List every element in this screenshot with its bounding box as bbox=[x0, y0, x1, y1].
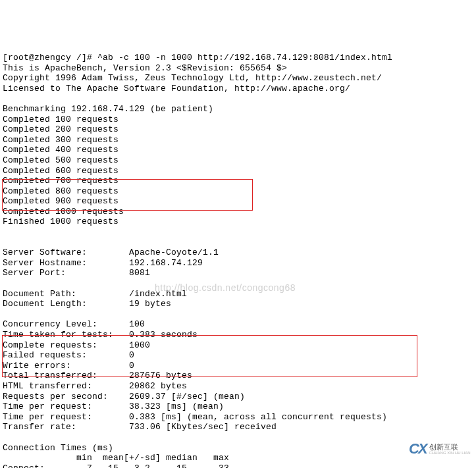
apache-line: This is ApacheBench, Version 2.3 <$Revis… bbox=[3, 63, 287, 73]
transfer-rate: Transfer rate: 733.06 [Kbytes/sec] recei… bbox=[3, 422, 277, 432]
copyright-line: Copyright 1996 Adam Twiss, Zeus Technolo… bbox=[3, 73, 382, 83]
server-software: Server Software: Apache-Coyote/1.1 bbox=[3, 247, 219, 257]
failed-requests: Failed requests: 0 bbox=[3, 350, 134, 360]
progress-line: Completed 300 requests bbox=[3, 135, 119, 145]
complete-requests: Complete requests: 1000 bbox=[3, 340, 150, 350]
conn-times-header: min mean[+/-sd] median max bbox=[3, 453, 229, 463]
progress-line: Completed 700 requests bbox=[3, 176, 119, 186]
progress-line: Completed 600 requests bbox=[3, 166, 119, 176]
time-per-request-mean: Time per request: 38.323 [ms] (mean) bbox=[3, 402, 224, 411]
prompt-line: [root@zhengcy /]# ^ab -c 100 -n 1000 htt… bbox=[3, 53, 392, 63]
progress-line: Completed 400 requests bbox=[3, 145, 119, 155]
requests-per-second: Requests per second: 2609.37 [#/sec] (me… bbox=[3, 392, 245, 402]
terminal-output: [root@zhengcy /]# ^ab -c 100 -n 1000 htt… bbox=[0, 41, 476, 468]
progress-line: Completed 500 requests bbox=[3, 155, 119, 165]
total-transferred: Total transferred: 287676 bytes bbox=[3, 371, 192, 380]
progress-line: Completed 100 requests bbox=[3, 115, 119, 124]
progress-line: Completed 900 requests bbox=[3, 196, 119, 206]
time-taken: Time taken for tests: 0.383 seconds bbox=[3, 330, 198, 340]
progress-line: Completed 800 requests bbox=[3, 186, 119, 196]
conn-times-row: Connect: 7 15 3.2 15 33 bbox=[3, 463, 229, 468]
server-hostname: Server Hostname: 192.168.74.129 bbox=[3, 258, 203, 268]
concurrency-level: Concurrency Level: 100 bbox=[3, 319, 145, 329]
progress-line: Finished 1000 requests bbox=[3, 217, 119, 226]
time-per-request-across: Time per request: 0.383 [ms] (mean, acro… bbox=[3, 412, 387, 422]
html-transferred: HTML transferred: 20862 bytes bbox=[3, 381, 187, 391]
progress-line: Completed 1000 requests bbox=[3, 207, 124, 217]
progress-line: Completed 200 requests bbox=[3, 124, 119, 134]
server-port: Server Port: 8081 bbox=[3, 268, 150, 278]
document-length: Document Length: 19 bytes bbox=[3, 299, 171, 309]
write-errors: Write errors: 0 bbox=[3, 361, 134, 371]
conn-times-title: Connection Times (ms) bbox=[3, 443, 113, 453]
license-line: Licensed to The Apache Software Foundati… bbox=[3, 84, 350, 93]
benchmarking-title: Benchmarking 192.168.74.129 (be patient) bbox=[3, 104, 213, 114]
document-path: Document Path: /index.html bbox=[3, 289, 187, 299]
